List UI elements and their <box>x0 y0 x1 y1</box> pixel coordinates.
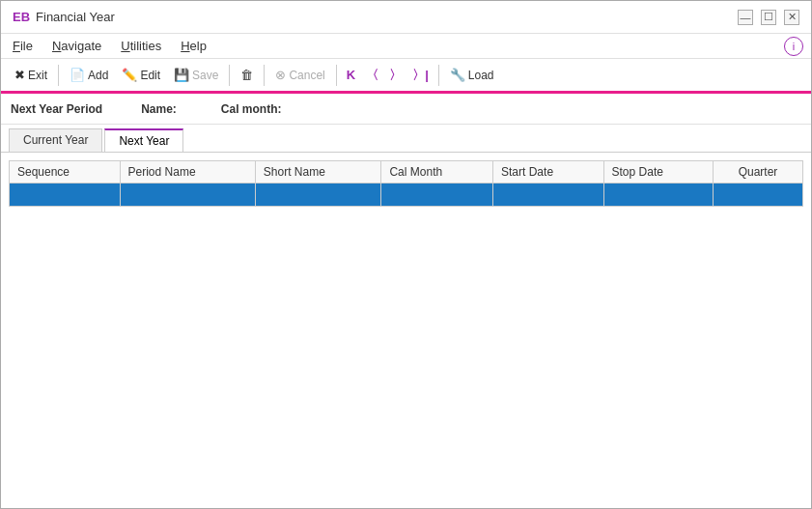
nav-next-button[interactable]: 〉 <box>384 64 406 87</box>
cal-month-field: Cal month: <box>221 102 288 116</box>
col-stop-date: Stop Date <box>603 161 713 184</box>
add-icon: 📄 <box>70 68 85 82</box>
nav-prev-button[interactable]: 〈 <box>361 64 383 87</box>
cell-start-date <box>493 184 604 207</box>
delete-icon: 🗑 <box>240 68 253 82</box>
tab-bar: Current Year Next Year <box>1 125 811 153</box>
separator-5 <box>438 65 439 86</box>
exit-icon: ✖ <box>14 68 25 82</box>
load-button[interactable]: 🔧 Load <box>444 65 500 85</box>
tab-current-year[interactable]: Current Year <box>9 128 102 152</box>
cancel-icon: ⊗ <box>275 68 286 82</box>
table-header-row: Sequence Period Name Short Name Cal Mont… <box>10 161 803 184</box>
table-row[interactable] <box>10 184 803 207</box>
title-bar: EB Financial Year — ☐ ✕ <box>1 1 811 34</box>
save-icon: 💾 <box>174 68 189 82</box>
title-controls: — ☐ ✕ <box>738 10 799 25</box>
save-button[interactable]: 💾 Save <box>168 65 224 85</box>
cell-quarter <box>713 184 802 207</box>
separator-4 <box>336 65 337 86</box>
tab-next-year[interactable]: Next Year <box>104 128 183 152</box>
separator-3 <box>264 65 265 86</box>
add-button[interactable]: 📄 Add <box>64 65 114 85</box>
delete-button[interactable]: 🗑 <box>235 65 259 85</box>
menu-file[interactable]: File <box>9 37 37 55</box>
col-start-date: Start Date <box>493 161 604 184</box>
name-label: Name: <box>141 102 177 116</box>
exit-button[interactable]: ✖ Exit <box>9 65 53 85</box>
minimize-button[interactable]: — <box>738 10 753 25</box>
cal-month-label: Cal month: <box>221 102 282 116</box>
separator-2 <box>229 65 230 86</box>
cell-short-name <box>255 184 381 207</box>
table-area: Sequence Period Name Short Name Cal Mont… <box>1 153 811 508</box>
load-icon: 🔧 <box>450 68 465 82</box>
menu-navigate[interactable]: Navigate <box>48 37 105 55</box>
periods-table: Sequence Period Name Short Name Cal Mont… <box>9 160 803 207</box>
close-button[interactable]: ✕ <box>784 10 799 25</box>
cell-stop-date <box>603 184 713 207</box>
name-field: Name: <box>141 102 182 116</box>
col-period-name: Period Name <box>120 161 255 184</box>
cell-cal-month <box>381 184 493 207</box>
col-quarter: Quarter <box>713 161 802 184</box>
col-short-name: Short Name <box>255 161 381 184</box>
section-title: Next Year Period <box>11 102 102 116</box>
edit-icon: ✏️ <box>122 68 137 82</box>
window-title: Financial Year <box>36 10 115 24</box>
title-bar-left: EB Financial Year <box>13 10 115 24</box>
cell-sequence <box>10 184 121 207</box>
col-cal-month: Cal Month <box>381 161 493 184</box>
cell-period-name <box>120 184 255 207</box>
app-logo: EB <box>13 10 30 24</box>
edit-button[interactable]: ✏️ Edit <box>116 65 166 85</box>
restore-button[interactable]: ☐ <box>761 10 776 25</box>
toolbar: ✖ Exit 📄 Add ✏️ Edit 💾 Save 🗑 ⊗ Cancel K… <box>1 59 811 94</box>
menu-bar: File Navigate Utilities Help i <box>1 34 811 59</box>
menu-help[interactable]: Help <box>177 37 210 55</box>
menu-utilities[interactable]: Utilities <box>117 37 165 55</box>
nav-buttons: K 〈 〉 〉| <box>342 64 434 87</box>
separator-1 <box>58 65 59 86</box>
section-header: Next Year Period Name: Cal month: <box>1 94 811 125</box>
nav-last-button[interactable]: 〉| <box>407 64 434 87</box>
main-window: EB Financial Year — ☐ ✕ File Navigate Ut… <box>0 0 812 509</box>
info-icon[interactable]: i <box>784 37 803 56</box>
cancel-button[interactable]: ⊗ Cancel <box>269 65 330 85</box>
col-sequence: Sequence <box>10 161 121 184</box>
nav-first-button[interactable]: K <box>342 65 360 85</box>
